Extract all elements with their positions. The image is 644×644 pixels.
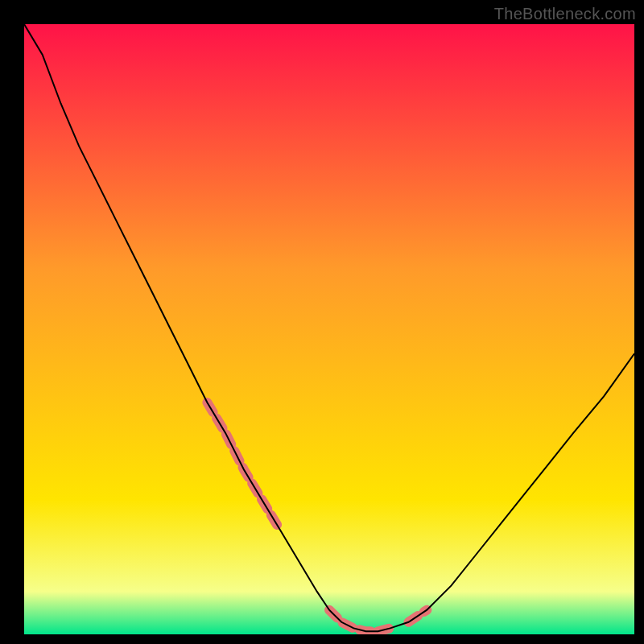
bottleneck-chart [24, 24, 634, 634]
chart-svg [24, 24, 634, 634]
watermark-text: TheBottleneck.com [494, 5, 636, 23]
gradient-background [24, 24, 634, 634]
